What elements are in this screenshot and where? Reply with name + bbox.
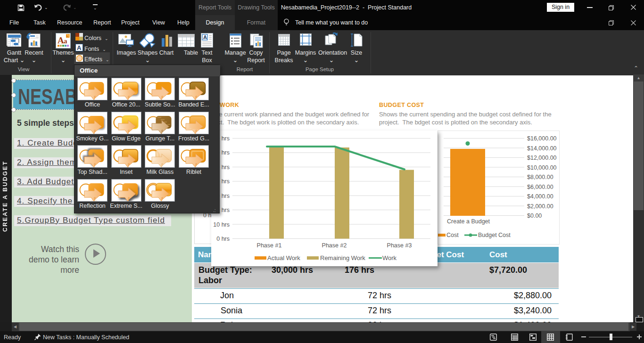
svg-text:A: A	[58, 35, 64, 45]
svg-text:A: A	[77, 44, 82, 51]
svg-text:A: A	[203, 34, 207, 40]
svg-text:a: a	[64, 37, 67, 45]
